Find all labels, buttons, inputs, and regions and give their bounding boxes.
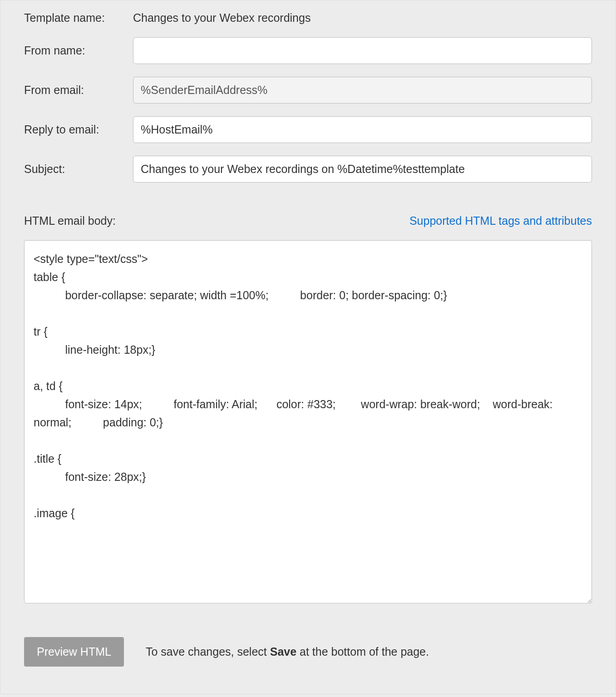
label-reply-to-email: Reply to email: xyxy=(24,123,133,136)
save-hint: To save changes, select Save at the bott… xyxy=(146,645,429,658)
from-name-input[interactable] xyxy=(133,37,592,64)
row-subject: Subject: xyxy=(24,156,592,183)
label-html-email-body: HTML email body: xyxy=(24,214,116,227)
html-body-textarea[interactable] xyxy=(24,240,592,603)
save-hint-post: at the bottom of the page. xyxy=(296,645,429,658)
row-from-email: From email: xyxy=(24,77,592,104)
html-body-header: HTML email body: Supported HTML tags and… xyxy=(24,214,592,227)
html-body-wrap xyxy=(24,240,592,605)
label-from-email: From email: xyxy=(24,84,133,97)
footer-row: Preview HTML To save changes, select Sav… xyxy=(24,637,592,667)
reply-to-email-input[interactable] xyxy=(133,116,592,143)
label-template-name: Template name: xyxy=(24,11,133,25)
supported-tags-link[interactable]: Supported HTML tags and attributes xyxy=(409,214,592,227)
label-subject: Subject: xyxy=(24,163,133,176)
row-template-name: Template name: Changes to your Webex rec… xyxy=(24,11,592,25)
subject-input[interactable] xyxy=(133,156,592,183)
row-reply-to-email: Reply to email: xyxy=(24,116,592,143)
preview-html-button[interactable]: Preview HTML xyxy=(24,637,124,667)
value-template-name: Changes to your Webex recordings xyxy=(133,11,310,25)
label-from-name: From name: xyxy=(24,44,133,57)
email-template-form: Template name: Changes to your Webex rec… xyxy=(0,0,616,694)
save-hint-bold: Save xyxy=(270,645,296,658)
save-hint-pre: To save changes, select xyxy=(146,645,270,658)
row-from-name: From name: xyxy=(24,37,592,64)
from-email-input[interactable] xyxy=(133,77,592,104)
